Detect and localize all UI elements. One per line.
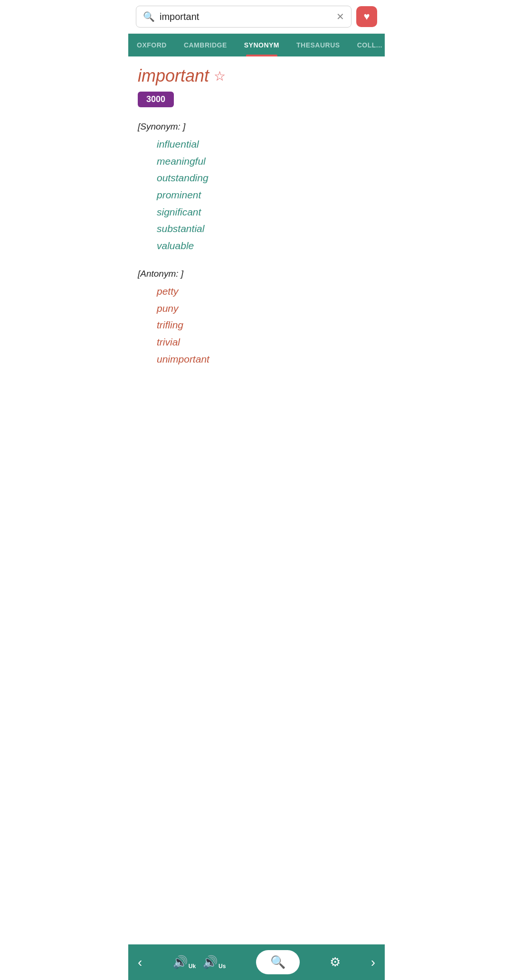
list-item[interactable]: valuable: [157, 237, 375, 254]
bottom-search-button[interactable]: 🔍: [256, 950, 300, 974]
favorite-button[interactable]: ♥: [356, 6, 377, 27]
bottom-bar: ‹ 🔊 Uk 🔊 Us 🔍 ⚙ ›: [128, 944, 385, 980]
synonym-section: [Synonym: ] influential meaningful outst…: [138, 121, 375, 254]
audio-us-icon: 🔊: [202, 955, 218, 970]
tab-cambridge[interactable]: CAMBRIDGE: [175, 34, 236, 56]
tab-collocations[interactable]: COLL...: [349, 34, 385, 56]
audio-uk-icon: 🔊: [172, 955, 188, 970]
antonym-section: [Antonym: ] petty puny trifling trivial …: [138, 269, 375, 367]
list-item[interactable]: meaningful: [157, 153, 375, 170]
list-item[interactable]: prominent: [157, 187, 375, 204]
tab-thesaurus[interactable]: THESAURUS: [288, 34, 349, 56]
bottom-search-icon: 🔍: [270, 955, 285, 970]
search-bar: 🔍 ✕ ♥: [128, 0, 385, 34]
next-icon: ›: [371, 955, 375, 970]
tab-bar: OXFORD CAMBRIDGE SYNONYM THESAURUS COLL.…: [128, 34, 385, 56]
clear-icon[interactable]: ✕: [336, 11, 344, 22]
audio-uk-label: Uk: [189, 963, 196, 970]
word-header: important ☆: [138, 66, 375, 86]
list-item[interactable]: significant: [157, 204, 375, 221]
synonym-list: influential meaningful outstanding promi…: [138, 136, 375, 254]
synonym-label: [Synonym: ]: [138, 121, 375, 132]
search-icon: 🔍: [143, 11, 155, 22]
list-item[interactable]: puny: [157, 300, 375, 317]
list-item[interactable]: influential: [157, 136, 375, 153]
word-title: important: [138, 66, 209, 86]
search-input[interactable]: [160, 11, 336, 22]
list-item[interactable]: petty: [157, 283, 375, 300]
search-input-container: 🔍 ✕: [136, 6, 352, 28]
settings-button[interactable]: ⚙: [330, 955, 341, 970]
tab-synonym[interactable]: SYNONYM: [236, 34, 288, 56]
list-item[interactable]: trifling: [157, 317, 375, 334]
tab-oxford[interactable]: OXFORD: [128, 34, 175, 56]
audio-us-button[interactable]: 🔊 Us: [202, 955, 226, 970]
antonym-list: petty puny trifling trivial unimportant: [138, 283, 375, 367]
list-item[interactable]: unimportant: [157, 351, 375, 368]
audio-us-label: Us: [218, 963, 226, 970]
heart-icon: ♥: [363, 10, 370, 23]
gear-icon: ⚙: [330, 955, 341, 969]
list-item[interactable]: outstanding: [157, 169, 375, 187]
frequency-badge: 3000: [138, 92, 174, 107]
prev-icon: ‹: [138, 955, 142, 970]
list-item[interactable]: substantial: [157, 220, 375, 237]
antonym-label: [Antonym: ]: [138, 269, 375, 279]
next-button[interactable]: ›: [371, 955, 375, 970]
star-icon[interactable]: ☆: [214, 68, 226, 84]
prev-button[interactable]: ‹: [138, 955, 142, 970]
audio-uk-button[interactable]: 🔊 Uk: [172, 955, 196, 970]
audio-group: 🔊 Uk 🔊 Us: [172, 955, 226, 970]
list-item[interactable]: trivial: [157, 334, 375, 351]
main-content: important ☆ 3000 [Synonym: ] influential…: [128, 56, 385, 439]
